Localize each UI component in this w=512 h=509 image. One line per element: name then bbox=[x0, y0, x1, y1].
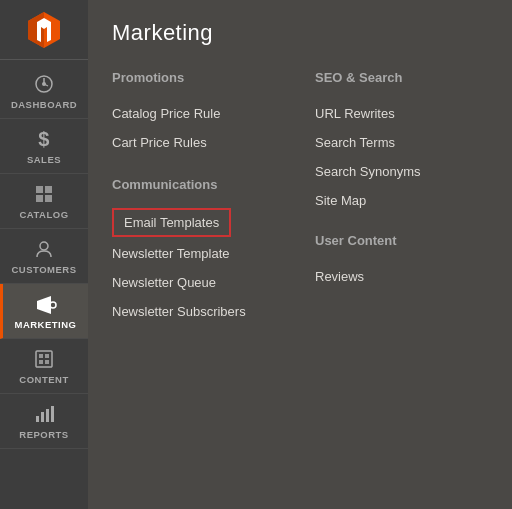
sidebar-logo bbox=[0, 0, 88, 60]
content-icon bbox=[32, 347, 56, 371]
svg-rect-20 bbox=[46, 409, 49, 422]
cart-price-rules-link[interactable]: Cart Price Rules bbox=[112, 128, 285, 157]
user-content-title: User Content bbox=[315, 233, 488, 248]
seo-search-section: SEO & Search URL Rewrites Search Terms S… bbox=[315, 70, 488, 215]
sidebar-item-dashboard[interactable]: DASHBOARD bbox=[0, 64, 88, 119]
svg-rect-7 bbox=[45, 186, 52, 193]
svg-rect-16 bbox=[39, 360, 43, 364]
communications-title: Communications bbox=[112, 177, 285, 192]
sidebar-item-sales[interactable]: $ SALES bbox=[0, 119, 88, 174]
sidebar-item-customers[interactable]: CUSTOMERS bbox=[0, 229, 88, 284]
catalog-icon bbox=[32, 182, 56, 206]
svg-rect-13 bbox=[36, 351, 52, 367]
seo-search-title: SEO & Search bbox=[315, 70, 488, 85]
sidebar-item-catalog[interactable]: CATALOG bbox=[0, 174, 88, 229]
sidebar-item-marketing[interactable]: MARKETING bbox=[0, 284, 88, 339]
user-content-section: User Content Reviews bbox=[315, 233, 488, 291]
right-column: SEO & Search URL Rewrites Search Terms S… bbox=[315, 66, 488, 326]
communications-section: Communications Email Templates Newslette… bbox=[112, 177, 285, 326]
sidebar-item-dashboard-label: DASHBOARD bbox=[11, 99, 77, 110]
svg-marker-1 bbox=[28, 12, 44, 48]
newsletter-template-link[interactable]: Newsletter Template bbox=[112, 239, 285, 268]
sidebar: DASHBOARD $ SALES CATALOG CUSTOMERS bbox=[0, 0, 88, 509]
site-map-link[interactable]: Site Map bbox=[315, 186, 488, 215]
svg-rect-21 bbox=[51, 406, 54, 422]
sidebar-item-customers-label: CUSTOMERS bbox=[11, 264, 76, 275]
svg-rect-14 bbox=[39, 354, 43, 358]
promotions-section: Promotions Catalog Price Rule Cart Price… bbox=[112, 70, 285, 157]
sidebar-item-reports[interactable]: REPORTS bbox=[0, 394, 88, 449]
svg-point-10 bbox=[40, 242, 48, 250]
svg-rect-17 bbox=[45, 360, 49, 364]
page-title: Marketing bbox=[112, 20, 488, 46]
email-templates-link[interactable]: Email Templates bbox=[112, 208, 231, 237]
sidebar-item-reports-label: REPORTS bbox=[19, 429, 68, 440]
sidebar-item-catalog-label: CATALOG bbox=[19, 209, 68, 220]
promotions-title: Promotions bbox=[112, 70, 285, 85]
sidebar-item-sales-label: SALES bbox=[27, 154, 61, 165]
reviews-link[interactable]: Reviews bbox=[315, 262, 488, 291]
marketing-icon bbox=[34, 292, 58, 316]
reports-icon bbox=[32, 402, 56, 426]
sales-icon: $ bbox=[32, 127, 56, 151]
svg-rect-8 bbox=[36, 195, 43, 202]
customers-icon bbox=[32, 237, 56, 261]
sidebar-item-content[interactable]: CONTENT bbox=[0, 339, 88, 394]
content-grid: Promotions Catalog Price Rule Cart Price… bbox=[112, 66, 488, 326]
svg-rect-15 bbox=[45, 354, 49, 358]
search-synonyms-link[interactable]: Search Synonyms bbox=[315, 157, 488, 186]
main-content: Marketing Promotions Catalog Price Rule … bbox=[88, 0, 512, 509]
sidebar-item-marketing-label: MARKETING bbox=[14, 319, 76, 330]
catalog-price-rule-link[interactable]: Catalog Price Rule bbox=[112, 99, 285, 128]
svg-rect-18 bbox=[36, 416, 39, 422]
left-column: Promotions Catalog Price Rule Cart Price… bbox=[112, 66, 315, 326]
newsletter-queue-link[interactable]: Newsletter Queue bbox=[112, 268, 285, 297]
magento-logo-icon bbox=[24, 10, 64, 50]
svg-rect-6 bbox=[36, 186, 43, 193]
url-rewrites-link[interactable]: URL Rewrites bbox=[315, 99, 488, 128]
search-terms-link[interactable]: Search Terms bbox=[315, 128, 488, 157]
dashboard-icon bbox=[32, 72, 56, 96]
svg-rect-9 bbox=[45, 195, 52, 202]
svg-rect-19 bbox=[41, 412, 44, 422]
newsletter-subscribers-link[interactable]: Newsletter Subscribers bbox=[112, 297, 285, 326]
sidebar-item-content-label: CONTENT bbox=[19, 374, 68, 385]
svg-marker-11 bbox=[37, 296, 51, 314]
